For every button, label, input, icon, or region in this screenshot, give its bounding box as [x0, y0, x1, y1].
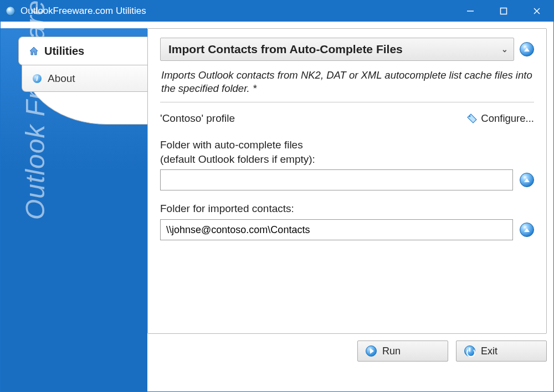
- browse-button-2[interactable]: [520, 223, 534, 237]
- window-controls: [454, 1, 553, 22]
- svg-point-4: [469, 116, 471, 117]
- close-button[interactable]: [520, 1, 553, 22]
- contacts-folder-input[interactable]: [160, 219, 513, 240]
- close-icon: [533, 7, 541, 15]
- titlebar[interactable]: OutlookFreeware.com Utilities: [1, 1, 553, 22]
- tag-icon: [466, 113, 478, 124]
- svg-rect-1: [501, 8, 507, 14]
- window-title: OutlookFreeware.com Utilities: [20, 6, 454, 17]
- maximize-icon: [500, 7, 507, 15]
- browse-button-1[interactable]: [520, 173, 534, 187]
- utility-description: Imports Outlook contacts from NK2, DAT o…: [161, 69, 533, 95]
- configure-label: Configure...: [481, 112, 534, 125]
- info-icon: i: [32, 74, 42, 84]
- maximize-button[interactable]: [487, 1, 520, 22]
- exit-label: Exit: [481, 345, 497, 357]
- chevron-down-icon: ⌄: [501, 45, 508, 54]
- run-label: Run: [382, 345, 401, 357]
- field1-label: Folder with auto-complete files (default…: [160, 138, 534, 166]
- field2-row: [160, 219, 534, 240]
- tab-about[interactable]: i About: [22, 65, 147, 92]
- exit-button[interactable]: Exit: [456, 341, 547, 362]
- tab-utilities-label: Utilities: [44, 45, 84, 58]
- home-icon: [29, 46, 39, 56]
- utility-name: Import Contacts from Auto-Complete Files: [168, 43, 403, 56]
- power-icon: [464, 345, 475, 357]
- triangle-up-icon: [524, 178, 530, 182]
- run-button[interactable]: Run: [357, 341, 448, 362]
- tab-about-label: About: [48, 73, 75, 85]
- triangle-up-icon: [524, 48, 530, 51]
- main-area: Import Contacts from Auto-Complete Files…: [147, 22, 553, 391]
- autocomplete-folder-input[interactable]: [160, 169, 513, 190]
- minimize-button[interactable]: [454, 1, 487, 22]
- client-area: Utilities i About Outlook Freeware .com …: [1, 22, 553, 391]
- field1-row: [160, 169, 534, 190]
- utility-header: Import Contacts from Auto-Complete Files…: [160, 38, 534, 61]
- tab-utilities[interactable]: Utilities: [18, 37, 147, 65]
- sidebar-tabs: Utilities i About: [18, 37, 147, 92]
- minimize-icon: [466, 7, 474, 15]
- app-window: OutlookFreeware.com Utilities Utilities: [0, 0, 554, 392]
- profile-row: 'Contoso' profile Configure...: [160, 112, 534, 125]
- action-buttons: Run Exit: [147, 334, 547, 362]
- sidebar: Utilities i About Outlook Freeware .com: [1, 22, 147, 391]
- collapse-button[interactable]: [520, 42, 534, 56]
- app-icon: [6, 7, 15, 16]
- triangle-up-icon: [524, 228, 530, 232]
- utility-dropdown[interactable]: Import Contacts from Auto-Complete Files…: [160, 38, 514, 61]
- play-icon: [366, 345, 377, 357]
- configure-link[interactable]: Configure...: [466, 112, 534, 125]
- field2-label: Folder for imported contacts:: [160, 202, 534, 216]
- main-panel: Import Contacts from Auto-Complete Files…: [147, 28, 547, 334]
- profile-label: 'Contoso' profile: [160, 112, 235, 125]
- divider: [160, 102, 534, 102]
